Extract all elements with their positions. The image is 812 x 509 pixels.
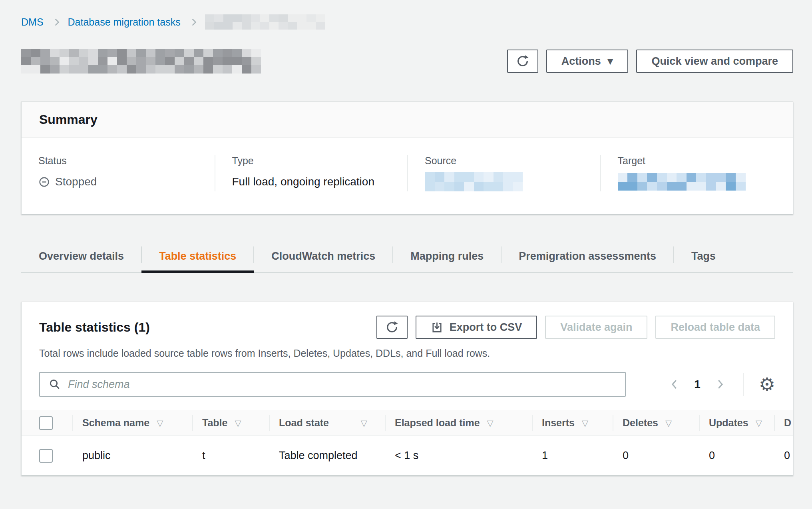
reload-table-data-label: Reload table data (671, 321, 760, 334)
sort-icon: ▽ (665, 418, 672, 428)
table-row: public t Table completed < 1 s 1 0 0 0 (22, 436, 793, 475)
row-checkbox[interactable] (39, 449, 53, 463)
cell-elapsed-load-time: < 1 s (385, 436, 532, 475)
tab-cloudwatch-metrics[interactable]: CloudWatch metrics (254, 241, 393, 272)
pagination: 1 ⚙ (667, 373, 775, 396)
previous-page-button[interactable] (667, 376, 682, 393)
cell-deletes: 0 (613, 436, 699, 475)
column-header-elapsed-load-time[interactable]: Elapsed load time▽ (385, 410, 532, 436)
source-value-redacted (425, 172, 523, 191)
table-statistics-actions: Export to CSV Validate again Reload tabl… (376, 316, 775, 339)
gear-icon: ⚙ (759, 374, 775, 395)
sort-icon: ▽ (582, 418, 588, 428)
summary-field-status: Status Stopped (22, 155, 215, 191)
tab-mapping-rules[interactable]: Mapping rules (393, 241, 501, 272)
tab-tags[interactable]: Tags (674, 241, 733, 272)
export-to-csv-button[interactable]: Export to CSV (416, 316, 537, 339)
table-settings-button[interactable]: ⚙ (759, 375, 775, 394)
sort-icon: ▽ (361, 418, 367, 428)
download-icon (431, 321, 443, 334)
actions-button[interactable]: Actions ▼ (546, 50, 629, 73)
summary-fields: Status Stopped Type Full load, ongoing r… (22, 138, 793, 214)
select-all-header (22, 410, 72, 436)
summary-field-target: Target (600, 155, 793, 191)
column-header-ddls[interactable]: D (774, 410, 793, 436)
summary-title: Summary (39, 112, 775, 127)
status-value: Stopped (55, 175, 97, 188)
breadcrumb-link-tasks[interactable]: Database migration tasks (68, 16, 181, 28)
cell-table: t (192, 436, 269, 475)
column-header-schema-name[interactable]: Schema name▽ (72, 410, 192, 436)
tab-overview-details[interactable]: Overview details (21, 241, 141, 272)
field-label: Source (425, 155, 583, 167)
validate-again-button[interactable]: Validate again (545, 316, 647, 339)
table-statistics-description: Total rows include loaded source table r… (39, 348, 775, 359)
page-header: Actions ▼ Quick view and compare (21, 49, 793, 74)
cell-ddls: 0 (774, 436, 793, 475)
next-page-button[interactable] (712, 376, 728, 393)
select-all-checkbox[interactable] (39, 416, 53, 430)
table-statistics-card: Table statistics (1) (21, 302, 793, 475)
table-statistics-title: Table statistics (1) (39, 320, 150, 335)
column-header-inserts[interactable]: Inserts▽ (532, 410, 613, 436)
refresh-button[interactable] (507, 50, 538, 73)
reload-table-data-button[interactable]: Reload table data (655, 316, 775, 339)
cell-load-state: Table completed (269, 436, 385, 475)
breadcrumb: DMS Database migration tasks (21, 14, 793, 30)
cell-schema-name: public (72, 436, 192, 475)
table-refresh-button[interactable] (376, 316, 408, 339)
search-icon (49, 378, 61, 390)
dms-task-page: DMS Database migration tasks Actions ▼ Q… (0, 0, 812, 475)
cell-updates: 0 (699, 436, 774, 475)
breadcrumb-redacted-task-name (205, 14, 325, 30)
quick-view-compare-button[interactable]: Quick view and compare (636, 50, 793, 73)
task-detail-tabs: Overview details Table statistics CloudW… (21, 241, 793, 273)
summary-field-source: Source (407, 155, 600, 191)
sort-icon: ▽ (157, 418, 163, 428)
breadcrumb-chevron-icon (52, 18, 59, 26)
search-input[interactable] (67, 378, 616, 391)
target-value-redacted (618, 173, 746, 191)
cell-inserts: 1 (532, 436, 613, 475)
table-header-row: Schema name▽ Table▽ Load state▽ Elapsed … (22, 410, 793, 436)
stopped-status-icon (38, 176, 50, 188)
sort-icon: ▽ (487, 418, 494, 428)
field-label: Target (618, 155, 776, 167)
summary-card-header: Summary (22, 102, 793, 138)
column-header-load-state[interactable]: Load state▽ (269, 410, 385, 436)
caret-down-icon: ▼ (607, 58, 613, 65)
type-value: Full load, ongoing replication (232, 175, 374, 188)
page-header-actions: Actions ▼ Quick view and compare (507, 50, 793, 73)
tab-premigration-assessments[interactable]: Premigration assessments (501, 241, 674, 272)
tab-table-statistics[interactable]: Table statistics (141, 241, 254, 272)
actions-button-label: Actions (561, 55, 601, 68)
field-label: Type (232, 155, 391, 167)
column-header-table[interactable]: Table▽ (192, 410, 269, 436)
summary-field-type: Type Full load, ongoing replication (215, 155, 408, 191)
quick-view-label: Quick view and compare (651, 55, 778, 68)
refresh-icon (516, 54, 529, 68)
field-label: Status (38, 155, 198, 167)
sort-icon: ▽ (756, 418, 762, 428)
current-page-number[interactable]: 1 (694, 378, 701, 391)
summary-card: Summary Status Stopped Type Full load, o… (21, 101, 793, 214)
breadcrumb-chevron-icon (189, 18, 196, 26)
column-header-updates[interactable]: Updates▽ (699, 410, 774, 436)
page-title-redacted (21, 49, 261, 74)
schema-search-box (39, 372, 626, 397)
refresh-icon (385, 320, 399, 334)
table-statistics-table: Schema name▽ Table▽ Load state▽ Elapsed … (22, 410, 793, 475)
validate-again-label: Validate again (560, 321, 632, 334)
chevron-left-icon (669, 378, 681, 391)
export-to-csv-label: Export to CSV (450, 321, 522, 334)
breadcrumb-link-dms[interactable]: DMS (21, 16, 44, 28)
chevron-right-icon (714, 378, 726, 391)
divider (743, 373, 744, 396)
sort-icon: ▽ (235, 418, 241, 428)
column-header-deletes[interactable]: Deletes▽ (613, 410, 699, 436)
